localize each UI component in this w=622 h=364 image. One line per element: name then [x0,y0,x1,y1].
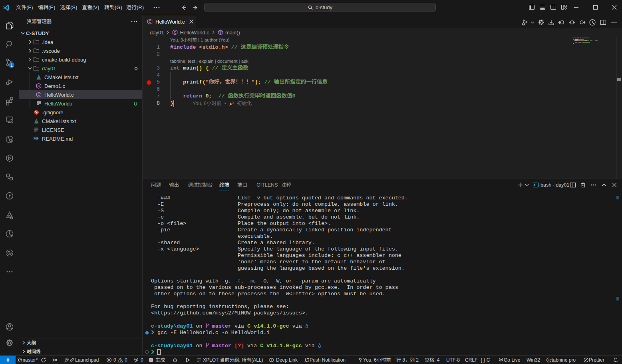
svg-text:C: C [149,20,151,24]
svg-text:C: C [38,84,40,88]
svg-text:C: C [38,93,40,97]
svg-text:1: 1 [10,63,13,68]
svg-text:C: C [174,30,176,34]
